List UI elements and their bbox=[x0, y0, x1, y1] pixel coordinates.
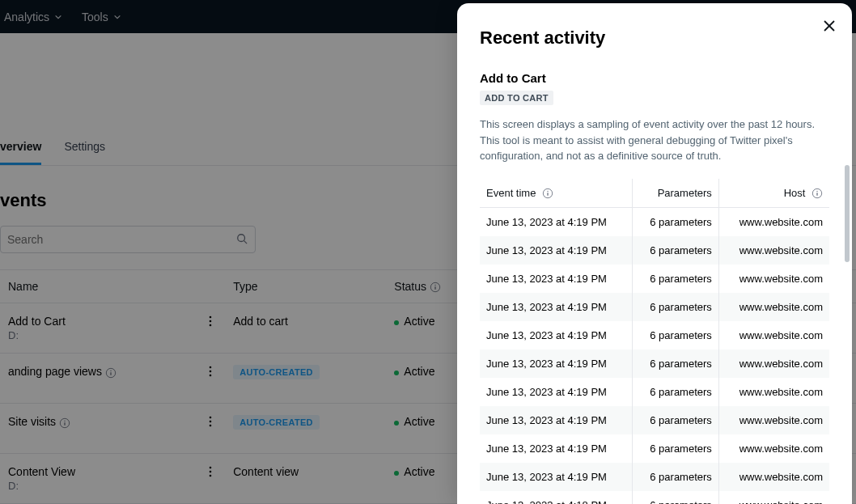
activity-row[interactable]: June 13, 2023 at 4:19 PM6 parameterswww.… bbox=[480, 406, 829, 434]
panel-description: This screen displays a sampling of event… bbox=[480, 116, 829, 164]
activity-params: 6 parameters bbox=[633, 321, 719, 349]
activity-time: June 13, 2023 at 4:19 PM bbox=[480, 378, 633, 406]
activity-time: June 13, 2023 at 4:19 PM bbox=[480, 208, 633, 237]
activity-row[interactable]: June 13, 2023 at 4:19 PM6 parameterswww.… bbox=[480, 349, 829, 378]
recent-activity-panel: Recent activity Add to Cart ADD TO CART … bbox=[457, 3, 852, 504]
activity-time: June 13, 2023 at 4:19 PM bbox=[480, 406, 633, 434]
col-host: Host bbox=[718, 179, 829, 208]
activity-time: June 13, 2023 at 4:19 PM bbox=[480, 349, 633, 378]
col-event-time: Event time bbox=[480, 179, 633, 208]
activity-row[interactable]: June 13, 2023 at 4:19 PM6 parameterswww.… bbox=[480, 208, 829, 237]
scrollbar-thumb[interactable] bbox=[845, 165, 850, 262]
info-icon bbox=[812, 188, 823, 199]
svg-point-27 bbox=[547, 191, 548, 192]
col-parameters: Parameters bbox=[633, 179, 719, 208]
activity-time: June 13, 2023 at 4:19 PM bbox=[480, 236, 633, 265]
activity-host: www.website.com bbox=[718, 406, 829, 434]
activity-params: 6 parameters bbox=[633, 434, 719, 463]
activity-params: 6 parameters bbox=[633, 236, 719, 265]
activity-params: 6 parameters bbox=[633, 265, 719, 293]
activity-row[interactable]: June 13, 2023 at 4:19 PM6 parameterswww.… bbox=[480, 321, 829, 349]
close-icon[interactable] bbox=[821, 18, 837, 34]
panel-title: Recent activity bbox=[480, 28, 829, 49]
activity-host: www.website.com bbox=[718, 434, 829, 463]
activity-time: June 13, 2023 at 4:19 PM bbox=[480, 321, 633, 349]
activity-row[interactable]: June 13, 2023 at 4:19 PM6 parameterswww.… bbox=[480, 236, 829, 265]
activity-row[interactable]: June 13, 2023 at 4:19 PM6 parameterswww.… bbox=[480, 293, 829, 321]
activity-time: June 13, 2023 at 4:19 PM bbox=[480, 434, 633, 463]
activity-host: www.website.com bbox=[718, 236, 829, 265]
activity-params: 6 parameters bbox=[633, 406, 719, 434]
activity-table: Event time Parameters Host June 13, 2023… bbox=[480, 179, 829, 505]
activity-row[interactable]: June 13, 2023 at 4:19 PM6 parameterswww.… bbox=[480, 265, 829, 293]
activity-host: www.website.com bbox=[718, 491, 829, 504]
activity-row[interactable]: June 13, 2023 at 4:19 PM6 parameterswww.… bbox=[480, 378, 829, 406]
panel-event-name: Add to Cart bbox=[480, 71, 829, 85]
activity-host: www.website.com bbox=[718, 208, 829, 237]
activity-params: 6 parameters bbox=[633, 491, 719, 504]
activity-time: June 13, 2023 at 4:19 PM bbox=[480, 463, 633, 491]
panel-event-code: ADD TO CART bbox=[480, 91, 553, 105]
activity-host: www.website.com bbox=[718, 265, 829, 293]
activity-time: June 13, 2023 at 4:18 PM bbox=[480, 491, 633, 504]
activity-row[interactable]: June 13, 2023 at 4:19 PM6 parameterswww.… bbox=[480, 463, 829, 491]
activity-time: June 13, 2023 at 4:19 PM bbox=[480, 293, 633, 321]
activity-row[interactable]: June 13, 2023 at 4:19 PM6 parameterswww.… bbox=[480, 434, 829, 463]
activity-params: 6 parameters bbox=[633, 208, 719, 237]
svg-point-30 bbox=[816, 191, 817, 192]
activity-params: 6 parameters bbox=[633, 463, 719, 491]
activity-time: June 13, 2023 at 4:19 PM bbox=[480, 265, 633, 293]
activity-host: www.website.com bbox=[718, 349, 829, 378]
info-icon bbox=[542, 188, 553, 199]
activity-host: www.website.com bbox=[718, 378, 829, 406]
activity-params: 6 parameters bbox=[633, 378, 719, 406]
activity-host: www.website.com bbox=[718, 321, 829, 349]
activity-host: www.website.com bbox=[718, 293, 829, 321]
activity-params: 6 parameters bbox=[633, 293, 719, 321]
activity-params: 6 parameters bbox=[633, 349, 719, 378]
activity-host: www.website.com bbox=[718, 463, 829, 491]
activity-row[interactable]: June 13, 2023 at 4:18 PM6 parameterswww.… bbox=[480, 491, 829, 504]
